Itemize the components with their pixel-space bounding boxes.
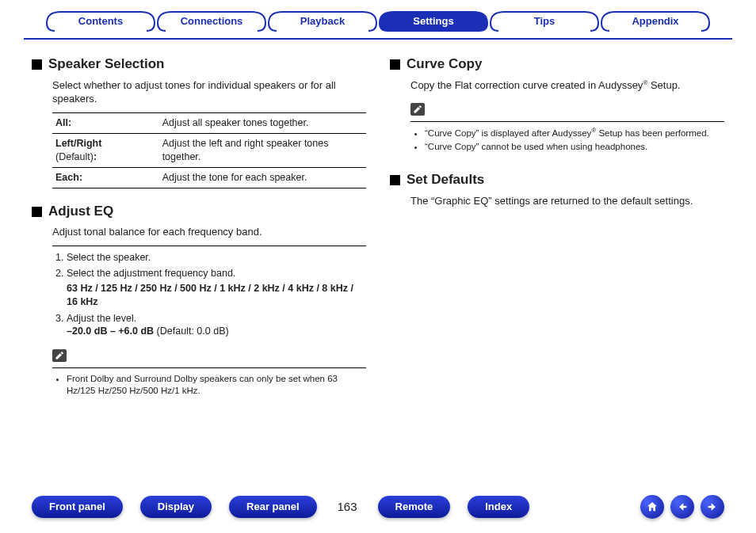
curve-copy-note-list: “Curve Copy” is displayed after Audyssey… [410, 127, 724, 154]
note1-post: Setup has been performed. [596, 128, 709, 138]
curve-copy-desc: Copy the Flat correction curve created i… [410, 78, 724, 93]
link-rear-panel[interactable]: Rear panel [229, 496, 316, 518]
note-item: “Curve Copy” is displayed after Audyssey… [425, 127, 724, 139]
table-row: Each: Adjust the tone for each speaker. [52, 167, 366, 188]
db-range: –20.0 dB – +6.0 dB (Default: 0.0 dB) [67, 325, 366, 338]
frequency-bands: 63 Hz / 125 Hz / 250 Hz / 500 Hz / 1 kHz… [67, 282, 366, 309]
page-number: 163 [338, 499, 357, 515]
section-title: Adjust EQ [48, 203, 113, 221]
section-curve-copy: Curve Copy [390, 55, 724, 74]
opt-each-desc: Adjust the tone for each speaker. [159, 167, 366, 188]
step-3-text: Adjust the level. [67, 313, 136, 324]
link-index[interactable]: Index [468, 496, 529, 518]
step-2: Select the adjustment frequency band. 63… [67, 267, 366, 309]
table-row: All: Adjust all speaker tones together. [52, 113, 366, 134]
tab-appendix[interactable]: Appendix [600, 11, 711, 32]
prev-button[interactable] [670, 495, 694, 519]
pencil-icon [410, 103, 425, 116]
note1-pre: “Curve Copy” is displayed after Audyssey [425, 128, 591, 138]
db-range-default: (Default: 0.0 dB) [154, 326, 229, 337]
section-adjust-eq: Adjust EQ [32, 203, 366, 221]
opt-all-desc: Adjust all speaker tones together. [159, 113, 366, 134]
square-bullet-icon [32, 59, 42, 70]
adjust-eq-steps: Select the speaker. Select the adjustmen… [52, 246, 366, 338]
opt-lr-default: (Default) [55, 151, 94, 162]
opt-all-label: All: [55, 117, 71, 128]
section-title: Curve Copy [407, 55, 482, 74]
adjust-eq-desc: Adjust tonal balance for each frequency … [52, 225, 366, 239]
pencil-icon [52, 349, 67, 362]
section-set-defaults: Set Defaults [390, 171, 724, 189]
step-1: Select the speaker. [67, 251, 366, 265]
section-speaker-selection: Speaker Selection [32, 55, 366, 74]
link-display[interactable]: Display [140, 496, 212, 518]
tab-connections[interactable]: Connections [156, 11, 267, 32]
section-title: Speaker Selection [48, 55, 164, 74]
opt-lr-colon: : [94, 151, 97, 162]
speaker-selection-desc: Select whether to adjust tones for indiv… [52, 78, 366, 106]
adjust-eq-note: Front Dolby and Surround Dolby speakers … [52, 349, 366, 398]
arrow-left-icon [676, 501, 689, 513]
section-title: Set Defaults [407, 171, 484, 189]
step-3: Adjust the level. –20.0 dB – +6.0 dB (De… [67, 312, 366, 339]
home-button[interactable] [640, 495, 664, 519]
tabs-underline [24, 38, 732, 40]
right-column: Curve Copy Copy the Flat correction curv… [390, 51, 724, 401]
page-body: Speaker Selection Select whether to adju… [0, 51, 756, 401]
adjust-eq-note-list: Front Dolby and Surround Dolby speakers … [52, 373, 366, 398]
square-bullet-icon [390, 175, 400, 185]
opt-each-label: Each: [55, 172, 82, 183]
table-row: Left/Right (Default): Adjust the left an… [52, 133, 366, 167]
speaker-selection-table: All: Adjust all speaker tones together. … [52, 112, 366, 188]
step-2-text: Select the adjustment frequency band. [67, 268, 235, 279]
tab-playback[interactable]: Playback [267, 11, 378, 32]
left-column: Speaker Selection Select whether to adju… [32, 51, 366, 401]
link-remote[interactable]: Remote [378, 496, 451, 518]
note-item: Front Dolby and Surround Dolby speakers … [67, 373, 366, 398]
opt-lr-label: Left/Right [55, 138, 101, 149]
curve-copy-desc-pre: Copy the Flat correction curve created i… [410, 79, 643, 91]
set-defaults-desc: The “Graphic EQ” settings are returned t… [410, 194, 724, 208]
footer: Front panel Display Rear panel 163 Remot… [0, 495, 756, 519]
square-bullet-icon [390, 59, 400, 70]
curve-copy-desc-post: Setup. [647, 79, 680, 91]
nav-buttons [640, 495, 724, 519]
tab-contents[interactable]: Contents [45, 11, 156, 32]
db-range-bold: –20.0 dB – +6.0 dB [67, 326, 154, 337]
top-tabs: Contents Connections Playback Settings T… [0, 0, 756, 38]
opt-lr-desc: Adjust the left and right speaker tones … [159, 133, 366, 167]
square-bullet-icon [32, 207, 42, 217]
note-item: “Curve Copy” cannot be used when using h… [425, 141, 724, 154]
curve-copy-note: “Curve Copy” is displayed after Audyssey… [410, 103, 724, 153]
tab-settings[interactable]: Settings [378, 11, 489, 32]
link-front-panel[interactable]: Front panel [32, 496, 123, 518]
next-button[interactable] [701, 495, 724, 519]
tab-tips[interactable]: Tips [489, 11, 600, 32]
home-icon [646, 501, 659, 513]
arrow-right-icon [706, 501, 719, 513]
